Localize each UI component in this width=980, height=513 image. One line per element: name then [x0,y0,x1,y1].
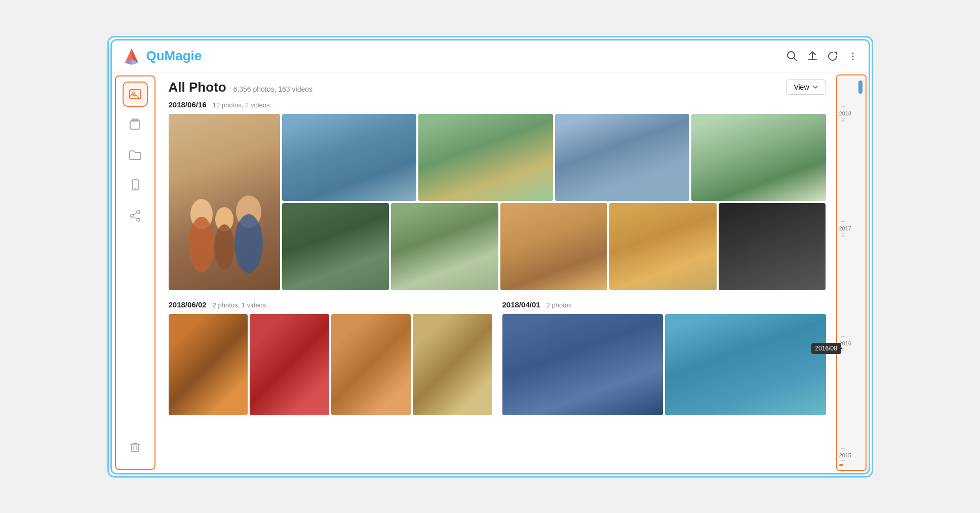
photo-thumb[interactable] [169,114,280,290]
photo-thumb[interactable] [250,314,329,415]
logo: QuMagie [122,47,202,66]
photo-thumb[interactable] [719,203,826,290]
photo-thumb[interactable] [665,314,826,415]
city-photos-row [502,314,826,415]
tick [841,119,845,119]
sidebar-item-sharing[interactable] [123,203,148,228]
more-button[interactable] [847,51,858,62]
tick [841,108,845,108]
tick [841,220,845,220]
family-silhouette [179,184,270,285]
sidebar-item-folders[interactable] [123,142,148,168]
timeline-year-2018[interactable]: 2018 [839,109,851,117]
date-label-1: 2018/06/16 12 photos, 2 videos [169,100,826,109]
photo-thumb[interactable] [391,203,498,290]
tick [841,338,845,338]
logo-text: QuMagie [146,48,202,64]
app-window: QuMagie [110,39,870,475]
header: QuMagie [112,41,869,72]
photos-scroll[interactable]: 2018/06/16 12 photos, 2 videos [159,100,836,473]
bottom-sections: 2018/06/02 2 photos, 1 videos [169,300,826,415]
photos-icon [129,88,142,101]
sidebar-item-photos[interactable] [123,82,148,107]
refresh-icon [827,51,838,62]
timeline-tooltip: 2016/08 [811,343,841,354]
photo-thumb[interactable] [502,314,663,415]
content-area: All Photo 6,356 photos, 163 videos View … [159,72,836,473]
tick [841,122,845,122]
tick [841,233,845,234]
timeline-year-2017[interactable]: 2017 [839,224,851,232]
search-icon [787,51,798,62]
photo-thumb[interactable] [331,314,411,415]
photo-thumb[interactable] [555,114,690,201]
upload-button[interactable] [807,51,818,62]
photo-thumb[interactable] [169,314,248,415]
date-label-3: 2018/04/01 2 photos [502,300,826,309]
sidebar-item-devices[interactable] [123,173,148,198]
photo-thumb[interactable] [282,203,389,290]
photo-row-top-1 [169,114,826,290]
sidebar [115,75,155,470]
main-layout: All Photo 6,356 photos, 163 videos View … [112,72,869,473]
trash-icon [129,441,142,454]
albums-icon [129,118,142,131]
photo-thumb[interactable] [413,314,492,415]
tick [841,106,845,107]
devices-icon [129,179,142,192]
top-right-group [282,114,826,290]
timeline-year-2015[interactable]: 2015 [839,451,851,459]
tick [841,223,845,223]
photo-thumb[interactable] [691,114,826,201]
chevron-down-icon [812,84,818,90]
date-section-2: 2018/06/02 2 photos, 1 videos [169,300,492,415]
tick [841,120,845,121]
timeline-year-group-2015: 2015 [839,448,851,466]
photo-thumb[interactable] [282,114,417,201]
svg-rect-21 [132,444,139,452]
svg-point-25 [189,217,214,272]
tick [841,448,845,449]
timeline-labels: 2018 2017 20 [837,80,866,466]
date-section-1: 2018/06/16 12 photos, 2 videos [169,100,826,290]
timeline-scroll[interactable]: 2018 2017 20 [836,74,867,471]
sidebar-item-trash[interactable] [123,435,148,460]
header-actions [787,51,858,62]
svg-line-19 [133,212,137,215]
refresh-button[interactable] [827,51,838,62]
scrollbar-thumb [858,81,863,94]
more-icon [847,51,858,62]
photo-thumb[interactable] [609,203,717,290]
svg-point-8 [852,58,853,60]
scrollbar-bottom-indicator [839,464,843,466]
photo-stats: 6,356 photos, 163 videos [233,85,312,93]
svg-rect-11 [130,121,139,129]
photo-thumb[interactable] [418,114,553,201]
tick [841,336,845,337]
svg-point-6 [852,52,853,54]
photo-row-right-bottom [282,203,826,290]
sidebar-item-albums[interactable] [123,112,148,137]
timeline-year-group-2016: 2016 2016/08 [839,335,851,350]
search-button[interactable] [787,51,798,62]
view-dropdown[interactable]: View [786,80,826,95]
tick [841,460,845,461]
svg-line-5 [794,58,797,61]
sidebar-bottom [123,435,148,460]
svg-point-7 [852,55,853,57]
tick [841,236,845,237]
folders-icon [129,148,142,162]
logo-icon [122,47,141,66]
svg-line-20 [133,216,137,219]
date-label-2: 2018/06/02 2 photos, 1 videos [169,300,492,309]
svg-point-15 [135,188,136,189]
photo-thumb[interactable] [500,203,608,290]
svg-point-29 [234,214,263,273]
content-title: All Photo 6,356 photos, 163 videos [169,80,313,95]
photo-row-right-top [282,114,826,201]
food-photos-row [169,314,492,415]
svg-point-27 [214,224,234,270]
tick [841,221,845,222]
tick [841,235,845,235]
sharing-icon [129,209,142,222]
